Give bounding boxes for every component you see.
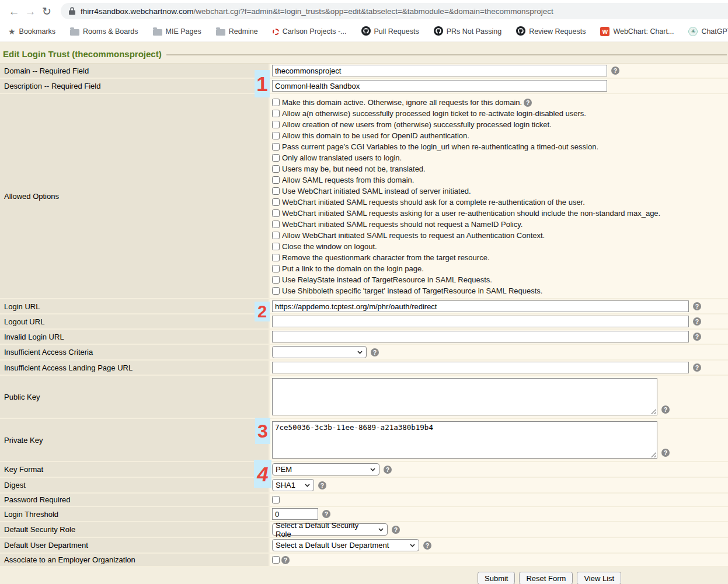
description-input[interactable] xyxy=(272,80,607,92)
option-complete-reauth: WebChart initiated SAML requests should … xyxy=(272,197,660,208)
digest-select[interactable]: SHA1 xyxy=(272,479,314,491)
url-domain: fhirr4sandbox.webchartnow.com xyxy=(81,7,194,16)
lock-icon[interactable] xyxy=(69,7,75,15)
logout-url-input[interactable] xyxy=(272,316,689,327)
checkbox[interactable] xyxy=(272,176,280,184)
bookmark-carlson-projects[interactable]: Carlson Projects -... xyxy=(273,27,347,36)
checkbox[interactable] xyxy=(272,232,280,239)
bookmark-review-requests[interactable]: Review Requests xyxy=(516,26,586,37)
bookmark-chatgpt[interactable]: ✳ ChatGPT xyxy=(688,27,728,36)
insufficient-access-landing-label: Insufficient Access Landing Page URL xyxy=(0,361,270,375)
checkbox[interactable] xyxy=(272,121,280,128)
bookmark-bookmarks[interactable]: ★ Bookmarks xyxy=(8,27,55,36)
bookmark-webchart[interactable]: w WebChart: Chart... xyxy=(600,27,674,36)
legend-rule xyxy=(166,54,727,55)
password-required-label: Password Required xyxy=(0,494,270,506)
help-icon[interactable] xyxy=(693,363,701,372)
row-allowed-options: Allowed Options Make this domain active.… xyxy=(0,94,728,299)
reset-form-button[interactable]: Reset Form xyxy=(519,572,573,584)
help-icon[interactable] xyxy=(693,302,701,310)
key-format-label: Key Format xyxy=(0,462,270,477)
checkbox[interactable] xyxy=(272,287,280,295)
insufficient-access-criteria-select[interactable] xyxy=(272,346,367,358)
help-icon[interactable] xyxy=(384,466,392,474)
bookmark-prs-not-passing[interactable]: PRs Not Passing xyxy=(434,26,501,37)
checkbox[interactable] xyxy=(272,209,280,217)
github-icon xyxy=(434,26,443,37)
login-trust-form: Domain -- Required Field Description -- … xyxy=(0,63,728,567)
help-icon[interactable] xyxy=(661,449,670,457)
help-icon[interactable] xyxy=(322,510,330,518)
help-icon[interactable] xyxy=(281,556,290,564)
chatgpt-icon: ✳ xyxy=(688,27,698,36)
checkbox[interactable] xyxy=(272,154,280,162)
page-content: Edit Login Trust (thecommonsproject) Dom… xyxy=(0,42,728,584)
invalid-login-url-input[interactable] xyxy=(272,331,689,342)
address-bar[interactable]: fhirr4sandbox.webchartnow.com/webchart.c… xyxy=(61,3,728,19)
checkbox[interactable] xyxy=(272,165,280,173)
checkbox[interactable] xyxy=(272,198,280,206)
option-only-translated: Only allow translated users to login. xyxy=(272,152,660,163)
default-user-department-select[interactable]: Select a Default User Department xyxy=(272,539,419,551)
help-icon[interactable] xyxy=(392,526,400,534)
checkbox[interactable] xyxy=(272,254,280,261)
row-login-threshold: Login Threshold xyxy=(0,507,728,522)
invalid-login-url-label: Invalid Login URL xyxy=(0,330,270,344)
option-no-nameid-policy: WebChart initiated SAML requests should … xyxy=(272,219,660,230)
help-icon[interactable] xyxy=(661,405,670,414)
view-list-button[interactable]: View List xyxy=(577,572,621,584)
help-icon[interactable] xyxy=(611,67,619,75)
folder-icon xyxy=(153,29,162,36)
checkbox[interactable] xyxy=(272,243,280,250)
public-key-textarea[interactable] xyxy=(272,378,657,415)
back-icon[interactable]: ← xyxy=(6,6,22,17)
checkbox[interactable] xyxy=(272,110,280,117)
key-format-select[interactable]: PEM xyxy=(272,463,379,475)
default-security-role-select[interactable]: Select a Default Security Role xyxy=(272,523,388,536)
checkbox[interactable] xyxy=(272,221,280,228)
carlson-icon xyxy=(273,29,279,35)
checkbox[interactable] xyxy=(272,265,280,272)
checkbox[interactable] xyxy=(272,276,280,284)
login-url-input[interactable] xyxy=(272,300,689,312)
row-login-url: Login URL xyxy=(0,299,728,314)
row-insufficient-access-landing: Insufficient Access Landing Page URL xyxy=(0,361,728,376)
row-password-required: Password Required xyxy=(0,494,728,507)
forward-icon[interactable]: → xyxy=(22,6,39,17)
help-icon[interactable] xyxy=(693,333,701,341)
row-default-user-department: Default User Department Select a Default… xyxy=(0,538,728,554)
bookmark-pull-requests[interactable]: Pull Requests xyxy=(361,26,419,37)
login-url-label: Login URL xyxy=(0,299,270,313)
help-icon[interactable] xyxy=(318,481,326,489)
bookmark-rooms-boards[interactable]: Rooms & Boards xyxy=(70,27,138,36)
help-icon[interactable] xyxy=(693,317,701,326)
submit-button[interactable]: Submit xyxy=(478,572,515,584)
bookmark-redmine[interactable]: Redmine xyxy=(216,27,258,36)
url-path: /webchart.cgi?f=admin&t=login_trusts&opp… xyxy=(194,7,553,16)
associate-employer-checkbox[interactable] xyxy=(272,556,280,564)
chevron-down-icon xyxy=(305,484,310,487)
default-security-role-label: Default Security Role xyxy=(0,522,270,537)
insufficient-access-landing-input[interactable] xyxy=(272,362,689,373)
reload-icon[interactable]: ↻ xyxy=(39,6,55,17)
bookmark-mie-pages[interactable]: MIE Pages xyxy=(153,27,201,36)
help-icon[interactable] xyxy=(423,541,431,550)
option-webchart-initiated-saml: Use WebChart initiated SAML instead of s… xyxy=(272,186,660,197)
help-icon[interactable] xyxy=(371,348,379,356)
chevron-down-icon xyxy=(378,528,384,531)
checkbox[interactable] xyxy=(272,132,280,139)
browser-toolbar: ← → ↻ fhirr4sandbox.webchartnow.com/webc… xyxy=(0,0,728,22)
private-key-textarea[interactable]: 7ce50036-3c3b-11ee-8689-a21a380b19b4 xyxy=(272,421,657,459)
page-title: Edit Login Trust (thecommonsproject) xyxy=(3,49,162,59)
chevron-down-icon xyxy=(410,544,415,547)
checkbox[interactable] xyxy=(272,99,280,106)
login-threshold-input[interactable] xyxy=(272,508,318,520)
checkbox[interactable] xyxy=(272,143,280,151)
domain-input[interactable] xyxy=(272,65,607,76)
checkbox[interactable] xyxy=(272,187,280,195)
form-actions: Submit Reset Form View List xyxy=(0,567,728,584)
chevron-down-icon xyxy=(370,468,375,471)
password-required-checkbox[interactable] xyxy=(272,496,280,503)
webchart-icon: w xyxy=(600,27,609,36)
help-icon[interactable] xyxy=(524,99,532,107)
